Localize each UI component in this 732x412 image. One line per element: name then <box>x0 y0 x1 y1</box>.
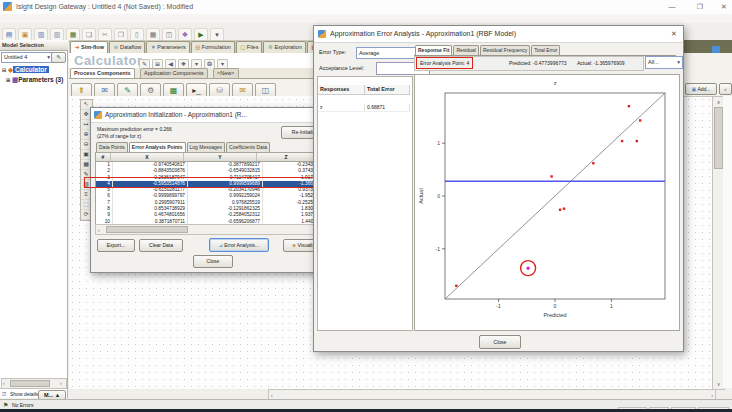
exploration-icon: ❊ <box>267 42 273 53</box>
export-button[interactable]: Export... <box>97 239 135 252</box>
svg-text:1: 1 <box>437 140 440 146</box>
close-button[interactable]: ✕ <box>714 0 732 14</box>
expander-icon[interactable]: ⊞ <box>6 77 10 83</box>
response-fit-plot: -101-101zPredictedActual <box>414 74 680 331</box>
app-icon <box>3 2 12 11</box>
edit-model-icon[interactable]: ✎ <box>51 52 66 63</box>
approximation-initialization-dialog: Approximation Initialization - Approxima… <box>90 107 337 273</box>
svg-text:0: 0 <box>437 193 440 199</box>
close-icon[interactable]: ✕ <box>668 30 680 38</box>
scroll-left-icon[interactable]: ‹ <box>3 379 5 387</box>
filter-value: All... <box>648 59 659 65</box>
minimize-button[interactable]: — <box>662 0 682 14</box>
error-type-label: Error Type: <box>319 49 346 55</box>
error-analysis-button[interactable]: ⊿ Error Analysis... <box>209 238 269 252</box>
window-title: Isight Design Gateway : Untitled 4 (Not … <box>16 0 193 14</box>
responses-panel[interactable]: ResponsesTotal Error z0.68871 <box>317 76 413 331</box>
point-filter-dropdown[interactable]: All...▾ <box>645 56 683 69</box>
scrollbar-thumb[interactable] <box>714 107 723 169</box>
acceptance-level-label: Acceptance Level: <box>319 65 364 71</box>
error-tab-residual[interactable]: Residual <box>453 45 478 55</box>
error-tab-total-error[interactable]: Total Error <box>531 45 560 55</box>
pin-icon[interactable]: ⌕ <box>719 83 732 95</box>
col-index[interactable]: # <box>96 153 111 161</box>
tab-label: Files <box>247 44 259 50</box>
sidebar-footer: ☑ Show details M... ▲ <box>0 388 66 399</box>
model-select-value: Untitled 4 <box>4 54 27 60</box>
tab-label: Parameters <box>157 44 185 50</box>
model-select-dropdown[interactable]: Untitled 4▾ <box>1 52 53 63</box>
point-info-bar: Error Analysis Point: 4 Predicted: -0.47… <box>414 56 644 71</box>
tree-item-calculator[interactable]: ⊟ ◆Calculator <box>2 65 49 75</box>
application-window: Isight Design Gateway : Untitled 4 (Not … <box>0 0 732 412</box>
tab-label: Dataflow <box>120 44 141 50</box>
error-analysis-point: Error Analysis Point: 4 <box>416 57 473 69</box>
expander-icon[interactable]: ⊟ <box>2 67 6 73</box>
col-x[interactable]: X <box>111 153 184 161</box>
right-gutter <box>723 96 732 388</box>
actual-value: Actual: -1.365976909 <box>577 60 625 66</box>
show-details-label: Show details <box>10 391 38 397</box>
tab-formulation[interactable]: ▤Formulation <box>191 41 235 53</box>
component-title: Calculator <box>74 53 143 68</box>
svg-text:Predicted: Predicted <box>543 312 566 318</box>
init-tab-data-points[interactable]: Data Points <box>96 142 128 152</box>
scrollbar-thumb[interactable] <box>106 226 188 233</box>
predicted-value: Predicted: -0.4773996773 <box>509 60 567 66</box>
dialog-icon <box>318 30 326 38</box>
col-z[interactable]: Z <box>257 153 316 161</box>
svg-text:-1: -1 <box>496 303 501 309</box>
total-error-cell[interactable]: 0.68871 <box>365 104 410 112</box>
tab-dataflow[interactable]: ≋Dataflow <box>109 41 145 53</box>
dialog-title: Approximation Initialization - Approxima… <box>105 111 247 118</box>
init-tab-coefficients-data[interactable]: Coefficients Data <box>226 142 270 152</box>
init-tab-error-analysis-points[interactable]: Error Analysis Points <box>129 142 186 152</box>
tab-application-components[interactable]: Application Components <box>140 68 208 78</box>
scrollbar-thumb[interactable] <box>10 380 50 387</box>
parameters-icon: ✕ <box>150 42 156 53</box>
scroll-left-icon[interactable]: ‹ <box>271 391 273 399</box>
formulation-icon: ▤ <box>195 42 201 53</box>
col-y[interactable]: Y <box>184 153 257 161</box>
window-titlebar: Isight Design Gateway : Untitled 4 (Not … <box>0 0 732 15</box>
tab-label: Exploration <box>274 44 302 50</box>
dialog-titlebar[interactable]: Approximation Error Analysis - Approxima… <box>314 26 683 43</box>
model-selection-header: Model Selection <box>0 40 68 51</box>
table-header[interactable]: # X Y Z <box>96 153 328 162</box>
response-name-cell[interactable]: z <box>318 104 365 112</box>
clear-data-button[interactable]: Clear Data <box>139 239 183 252</box>
right-panel-header: ▣ Add... ⌕ <box>683 53 732 97</box>
tab-files[interactable]: ▢Files <box>236 41 263 53</box>
dialog-titlebar[interactable]: Approximation Initialization - Approxima… <box>91 108 336 123</box>
init-close-button[interactable]: Close <box>193 255 233 268</box>
error-close-button[interactable]: Close <box>479 335 521 349</box>
error-tab-response-fit[interactable]: Response Fit <box>415 45 452 55</box>
status-message: No Errors <box>12 401 33 409</box>
tree-item-parameters[interactable]: ⊞ ▦Parameters (3) <box>6 75 63 85</box>
error-analysis-label: Error Analysis... <box>224 242 259 248</box>
add-button[interactable]: ▣ Add... <box>685 83 717 95</box>
error-analysis-points-table[interactable]: # X Y Z 1-0.9740540817-0.3877899217-0.23… <box>95 152 329 225</box>
scatter-chart: -101-101zPredictedActual <box>415 75 677 328</box>
table-h-scrollbar[interactable]: ‹ › <box>95 224 329 235</box>
tab-process-components[interactable]: Process Components <box>70 68 135 78</box>
scroll-left-icon[interactable]: ‹ <box>98 226 100 234</box>
chart-icon: ⊿ <box>219 242 223 248</box>
maximize-button[interactable]: ❐ <box>690 0 710 14</box>
error-tab-residual-frequency[interactable]: Residual Frequency <box>480 45 530 55</box>
visualize-icon: ◈ <box>292 242 296 248</box>
total-error-column-header[interactable]: Total Error <box>365 85 410 95</box>
tab-new[interactable]: <New> <box>213 68 238 78</box>
svg-text:Actual: Actual <box>418 188 424 203</box>
approximation-error-analysis-dialog: Approximation Error Analysis - Approxima… <box>313 25 684 352</box>
status-flag-icon: ⚑ <box>3 401 8 408</box>
tab-parameters[interactable]: ✕Parameters <box>146 41 189 53</box>
tab-sim-flow[interactable]: ➜Sim-flow <box>70 41 108 53</box>
scroll-right-icon[interactable]: › <box>60 379 62 387</box>
error-type-value: Average <box>359 50 379 56</box>
show-details-checkbox[interactable]: ☑ <box>2 391 6 397</box>
responses-column-header[interactable]: Responses <box>318 85 365 95</box>
scroll-right-icon[interactable]: › <box>711 391 713 399</box>
init-tab-log-messages[interactable]: Log Messages <box>187 142 226 152</box>
tab-exploration[interactable]: ❊Exploration <box>263 41 306 53</box>
